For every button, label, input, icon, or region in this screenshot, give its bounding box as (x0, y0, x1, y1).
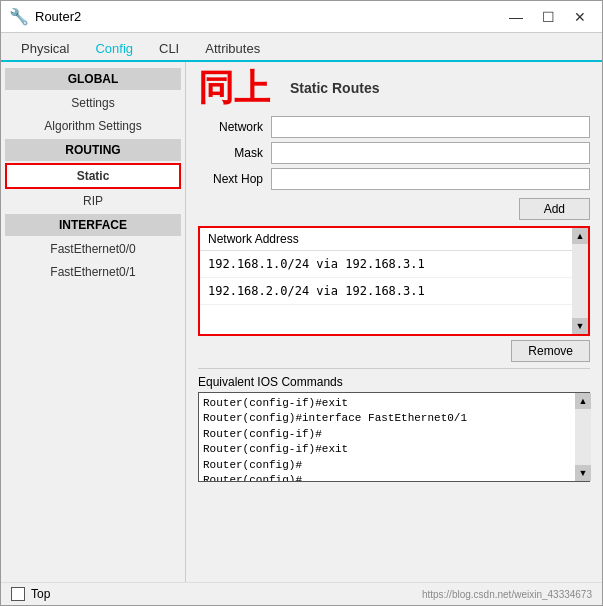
top-section: 同上 Static Routes (198, 70, 590, 106)
footer-left: Top (11, 587, 50, 601)
network-row: Network (198, 116, 590, 138)
table-row[interactable]: 192.168.1.0/24 via 192.168.3.1 (200, 251, 572, 278)
top-label: Top (31, 587, 50, 601)
sidebar-item-settings[interactable]: Settings (5, 92, 181, 114)
table-header: Network Address (200, 228, 572, 251)
maximize-button[interactable]: ☐ (534, 5, 562, 29)
sidebar-routing-header: ROUTING (5, 139, 181, 161)
app-window: 🔧 Router2 — ☐ ✕ Physical Config CLI Attr… (0, 0, 603, 606)
table-scrollbar: ▲ ▼ (572, 228, 588, 334)
ios-line-1: Router(config-if)#exit (203, 396, 571, 411)
tab-cli[interactable]: CLI (147, 37, 191, 60)
sidebar-item-fastethernet00[interactable]: FastEthernet0/0 (5, 238, 181, 260)
network-table: Network Address 192.168.1.0/24 via 192.1… (198, 226, 590, 336)
ios-scrollbar: ▲ ▼ (575, 393, 589, 481)
nexthop-row: Next Hop (198, 168, 590, 190)
ios-commands-inner: Router(config-if)#exit Router(config)#in… (199, 393, 575, 481)
sidebar-interface-header: INTERFACE (5, 214, 181, 236)
scroll-up-arrow[interactable]: ▲ (572, 228, 588, 244)
sidebar: GLOBAL Settings Algorithm Settings ROUTI… (1, 62, 186, 582)
sidebar-item-static[interactable]: Static (5, 163, 181, 189)
ios-line-5: Router(config)# (203, 458, 571, 473)
ios-section: Equivalent IOS Commands Router(config-if… (198, 368, 590, 482)
app-icon: 🔧 (9, 7, 29, 27)
sidebar-item-fastethernet01[interactable]: FastEthernet0/1 (5, 261, 181, 283)
ios-line-3: Router(config-if)# (203, 427, 571, 442)
remove-button[interactable]: Remove (511, 340, 590, 362)
table-body: 192.168.1.0/24 via 192.168.3.1 192.168.2… (200, 251, 572, 334)
chinese-symbol: 同上 (198, 70, 270, 106)
close-button[interactable]: ✕ (566, 5, 594, 29)
mask-input[interactable] (271, 142, 590, 164)
ios-commands-label: Equivalent IOS Commands (198, 375, 590, 389)
nexthop-label: Next Hop (198, 172, 263, 186)
scroll-down-arrow[interactable]: ▼ (572, 318, 588, 334)
table-row[interactable]: 192.168.2.0/24 via 192.168.3.1 (200, 278, 572, 305)
network-input[interactable] (271, 116, 590, 138)
tab-bar: Physical Config CLI Attributes (1, 33, 602, 62)
footer: Top https://blog.csdn.net/weixin_4333467… (1, 582, 602, 605)
sidebar-scroll-area: GLOBAL Settings Algorithm Settings ROUTI… (1, 62, 185, 582)
form-section: Network Mask Next Hop (198, 116, 590, 190)
title-bar: 🔧 Router2 — ☐ ✕ (1, 1, 602, 33)
ios-line-4: Router(config-if)#exit (203, 442, 571, 457)
add-row: Add (198, 198, 590, 220)
mask-row: Mask (198, 142, 590, 164)
right-content: 同上 Static Routes Network Mask Next Hop (186, 62, 602, 582)
static-routes-title: Static Routes (290, 80, 379, 96)
tab-attributes[interactable]: Attributes (193, 37, 272, 60)
sidebar-global-header: GLOBAL (5, 68, 181, 90)
footer-url: https://blog.csdn.net/weixin_43334673 (422, 589, 592, 600)
table-header-label: Network Address (208, 232, 299, 246)
top-checkbox[interactable] (11, 587, 25, 601)
nexthop-input[interactable] (271, 168, 590, 190)
window-controls: — ☐ ✕ (502, 5, 594, 29)
minimize-button[interactable]: — (502, 5, 530, 29)
scroll-thumb-area (572, 244, 588, 318)
sidebar-item-rip[interactable]: RIP (5, 190, 181, 212)
ios-commands-box: Router(config-if)#exit Router(config)#in… (198, 392, 590, 482)
ios-line-2: Router(config)#interface FastEthernet0/1 (203, 411, 571, 426)
remove-row: Remove (198, 340, 590, 362)
table-inner: Network Address 192.168.1.0/24 via 192.1… (200, 228, 572, 334)
ios-line-6: Router(config)# (203, 473, 571, 481)
tab-config[interactable]: Config (83, 37, 145, 62)
add-button[interactable]: Add (519, 198, 590, 220)
sidebar-item-algorithm-settings[interactable]: Algorithm Settings (5, 115, 181, 137)
window-title: Router2 (35, 9, 502, 24)
network-label: Network (198, 120, 263, 134)
mid-section: GLOBAL Settings Algorithm Settings ROUTI… (1, 62, 602, 582)
tab-physical[interactable]: Physical (9, 37, 81, 60)
mask-label: Mask (198, 146, 263, 160)
